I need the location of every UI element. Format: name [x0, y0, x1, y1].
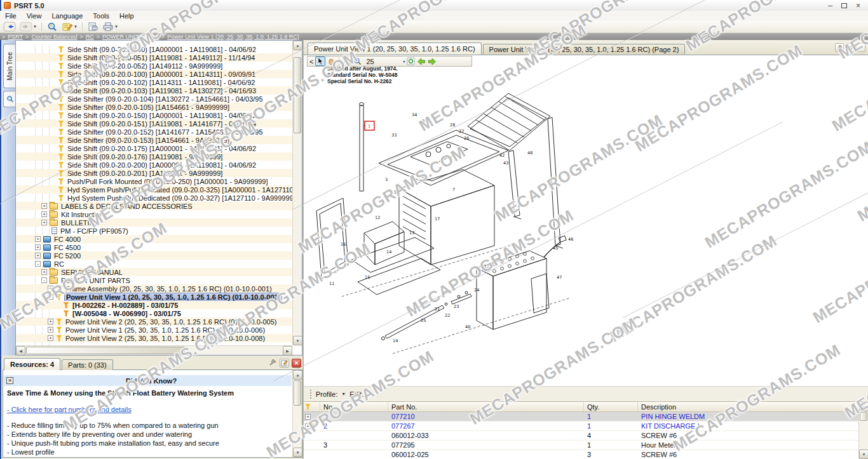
tree-item[interactable]: +FC 4500: [16, 243, 292, 251]
back-button[interactable]: [2, 22, 17, 32]
tree-item[interactable]: -Power Unit View 1 (20, 25, 30, 35, 1.0,…: [16, 293, 292, 301]
tree-item[interactable]: +Power Unit View 1 (25, 30, 35, 1.0, 1.2…: [16, 326, 292, 334]
next-page-button[interactable]: [428, 58, 437, 65]
tree-vscrollbar[interactable]: ▲ ▼: [292, 41, 302, 345]
tree-item[interactable]: Side Shift (09.0-20.0-103) [1A119081 - 1…: [16, 86, 292, 95]
scroll-right-icon[interactable]: ▶: [283, 346, 292, 356]
toolbar-collapse[interactable]: <: [309, 58, 313, 65]
tree-item[interactable]: Side Shift (09.0-20.0-102) [1A114311 - 1…: [16, 78, 292, 86]
tree-item[interactable]: Side Shift (09.0-20.0-201) [1A119081 - 9…: [16, 169, 292, 177]
parts-table-row[interactable]: 060012-0334SCREW #6: [304, 431, 868, 441]
expand-icon[interactable]: +: [48, 335, 53, 341]
maximize-button[interactable]: [841, 3, 847, 8]
parts-table-row[interactable]: 30772951Hour Meter: [304, 441, 868, 450]
breadcrumb-item[interactable]: POWER UNIT PARTS: [102, 34, 159, 40]
tree-item[interactable]: [W-005048 - W-006990] - 03/01/75: [16, 309, 292, 317]
expand-icon[interactable]: +: [41, 269, 47, 275]
scroll-down-icon[interactable]: ▼: [293, 336, 302, 345]
minimize-button[interactable]: –: [828, 2, 832, 10]
tree-hscroll-thumb[interactable]: [26, 347, 185, 354]
scroll-up-icon[interactable]: ▲: [293, 41, 302, 50]
edit-note-icon[interactable]: [280, 359, 289, 368]
tree-vscroll-thumb[interactable]: [294, 57, 301, 133]
tab-search[interactable]: [3, 91, 16, 107]
notes-button[interactable]: ▼: [60, 22, 79, 32]
search-button[interactable]: [45, 22, 59, 32]
tab-parts[interactable]: Parts: 0 (33): [62, 359, 113, 370]
menu-file[interactable]: File: [1, 11, 23, 21]
tree-item[interactable]: Side Shift (09.0-20.0-050) [1A000001 - 1…: [16, 45, 292, 53]
tree-item[interactable]: Side Shift (09.0-20.0-176) [1A119081 - 9…: [16, 152, 292, 161]
pointer-tool[interactable]: [315, 57, 325, 66]
zoom-in-tool[interactable]: [343, 57, 351, 65]
menu-language[interactable]: Language: [48, 11, 89, 21]
expand-icon[interactable]: +: [35, 236, 41, 242]
breadcrumb-item[interactable]: PSRT: [8, 34, 23, 40]
tree-item[interactable]: PM - FC/FP (PF9057): [16, 227, 292, 235]
zoom-dropdown-icon[interactable]: ▾: [403, 59, 405, 63]
col-part-no[interactable]: Part No.: [388, 402, 584, 411]
expand-icon[interactable]: +: [305, 423, 311, 429]
prev-page-button[interactable]: [417, 58, 426, 65]
breadcrumb-item[interactable]: Counter Balanced: [31, 34, 77, 40]
zoom-out-tool[interactable]: [353, 57, 362, 65]
restore-icon[interactable]: [846, 43, 855, 52]
expand-icon[interactable]: +: [35, 244, 41, 250]
profile-dropdown-icon[interactable]: ▼: [341, 392, 346, 396]
menu-tools[interactable]: Tools: [89, 11, 116, 21]
tree-item[interactable]: Side Shift (09.0-20.0-051) [1A119081 - 1…: [16, 53, 292, 62]
parts-table-row[interactable]: +10772101PIN HINGE WELDM: [304, 412, 868, 422]
scroll-up-icon[interactable]: ▲: [859, 402, 868, 411]
pan-hand-tool[interactable]: [327, 58, 335, 65]
print-dropdown-icon[interactable]: ▼: [114, 25, 118, 29]
col-no[interactable]: No.: [320, 402, 388, 411]
breadcrumb-item[interactable]: RC: [86, 34, 94, 40]
tree-item[interactable]: Side Shift (09.0-20.0-052) [1A149112 - 9…: [16, 62, 292, 70]
collapse-icon[interactable]: -: [41, 277, 47, 283]
close-panel-icon[interactable]: ✕: [292, 359, 301, 368]
scroll-up-icon[interactable]: ▲: [293, 370, 302, 380]
expand-icon[interactable]: +: [48, 319, 53, 324]
tree-item[interactable]: +Power Unit View 2 (25, 30, 35, 1.0, 1.2…: [16, 334, 292, 342]
tree-item[interactable]: +FC 5200: [16, 251, 292, 260]
menu-view[interactable]: View: [23, 11, 48, 21]
zoom-level-value[interactable]: 25: [363, 58, 400, 65]
close-button[interactable]: ×: [856, 2, 860, 10]
viewer-tab-page1[interactable]: Power Unit View 1 (20, 25, 30, 35, 1.0, …: [308, 43, 482, 55]
diagram-viewer[interactable]: This form covers unitsshipped after Augu…: [304, 55, 868, 386]
tree-item[interactable]: +Frame Assembly (20, 25, 30, 35, 1.0, 1.…: [16, 284, 292, 293]
tree-item[interactable]: Side Shifter (09.0-20.0-104) [1A130272 -…: [16, 95, 292, 103]
tree-item[interactable]: Side Shifter (09.0-20.0-105) [1A154661 -…: [16, 103, 292, 111]
print-button[interactable]: ▼: [101, 22, 119, 32]
tree-item[interactable]: Push/Pull Fork Mounted (09.0-20.0-250) […: [16, 177, 292, 185]
tree-item[interactable]: -POWER UNIT PARTS: [16, 276, 292, 284]
parts-table-row[interactable]: +20772671KIT DISCHARGE I: [304, 422, 868, 431]
tab-main-tree[interactable]: Main Tree: [3, 44, 16, 88]
tree-item[interactable]: -RC: [16, 260, 292, 268]
refresh-button[interactable]: [407, 57, 415, 65]
tree-item[interactable]: +Power Unit View 2 (20, 25, 30, 35, 1.0,…: [16, 317, 292, 326]
expand-icon[interactable]: +: [41, 220, 47, 225]
tree-item[interactable]: Side Shift (09.0-20.0-100) [1A000001 - 1…: [16, 70, 292, 78]
resource-link[interactable]: - Click here for part numbers and detail…: [7, 406, 132, 413]
expand-icon[interactable]: +: [305, 414, 311, 420]
tree-item[interactable]: [H-002262 - H-002889] - 03/01/75: [16, 301, 292, 309]
scroll-down-icon[interactable]: ▼: [293, 448, 302, 457]
pin-icon[interactable]: [269, 358, 277, 368]
profile-edit-link[interactable]: Edit...: [349, 390, 367, 398]
expand-icon[interactable]: +: [41, 203, 47, 209]
tree-item[interactable]: Hyd System Push/Pull Dedicated (09.0-20.…: [16, 194, 292, 202]
parts-table-row[interactable]: 060012-0253SCREW #6: [304, 450, 868, 459]
tree-item[interactable]: +FC 4000: [16, 235, 292, 243]
tree-item[interactable]: +SERVICE MANUAL: [16, 268, 292, 276]
tree-item[interactable]: Side Shift (09.0-20.0-151) [1A119081 - 1…: [16, 119, 292, 128]
expand-icon[interactable]: +: [35, 253, 41, 258]
forward-dropdown-icon[interactable]: ▼: [33, 25, 37, 29]
tree-item[interactable]: +LABELS & DECALS AND ACCESSORIES: [16, 202, 292, 210]
close-viewer-icon[interactable]: ×: [857, 43, 865, 52]
forward-button[interactable]: ▼: [18, 22, 38, 32]
filter-column-header[interactable]: [304, 402, 320, 411]
scroll-left-icon[interactable]: ◀: [16, 346, 25, 356]
col-description[interactable]: Description: [638, 402, 868, 411]
tree-item[interactable]: Side Shift (09.0-20.0-175) [1A000001 - 1…: [16, 144, 292, 152]
